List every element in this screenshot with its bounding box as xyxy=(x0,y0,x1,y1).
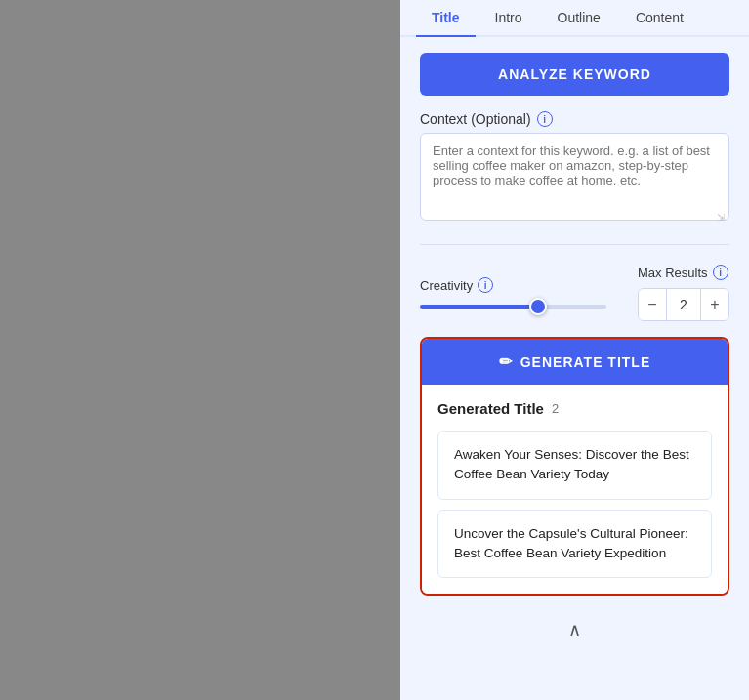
generate-results-wrapper: ✏ GENERATE TITLE Generated Title 2 Awake… xyxy=(420,337,729,596)
generated-title-header: Generated Title 2 xyxy=(437,400,712,417)
context-textarea[interactable] xyxy=(420,133,729,221)
generated-body: Generated Title 2 Awaken Your Senses: Di… xyxy=(422,385,728,594)
tab-bar: Title Intro Outline Content xyxy=(400,0,749,37)
resize-handle: ⇲ xyxy=(717,212,727,222)
creativity-slider[interactable] xyxy=(420,305,606,309)
creativity-group: Creativity i xyxy=(420,277,606,309)
right-panel: Title Intro Outline Content ANALYZE KEYW… xyxy=(400,0,749,700)
context-info-icon[interactable]: i xyxy=(537,111,553,127)
panel-content: ANALYZE KEYWORD Context (Optional) i ⇲ C… xyxy=(400,37,749,611)
left-panel xyxy=(0,0,400,700)
generated-title-label: Generated Title xyxy=(437,400,544,417)
context-textarea-wrapper: ⇲ xyxy=(420,133,729,225)
analyze-keyword-button[interactable]: ANALYZE KEYWORD xyxy=(420,53,729,96)
tab-content[interactable]: Content xyxy=(620,0,699,37)
stepper-value-input[interactable] xyxy=(666,289,701,320)
bottom-indicator: ∧ xyxy=(400,611,749,648)
creativity-info-icon[interactable]: i xyxy=(478,277,493,293)
tab-title[interactable]: Title xyxy=(416,0,476,37)
stepper-decrement-button[interactable]: − xyxy=(639,289,666,320)
stepper-increment-button[interactable]: + xyxy=(701,289,728,320)
controls-row: Creativity i Max Results i − + xyxy=(420,265,729,321)
title-result-2: Uncover the Capsule's Cultural Pioneer: … xyxy=(437,510,712,579)
max-results-group: Max Results i − + xyxy=(638,265,729,321)
generate-icon: ✏ xyxy=(499,352,513,371)
creativity-label: Creativity i xyxy=(420,277,606,293)
max-results-label: Max Results i xyxy=(638,265,729,280)
title-result-1: Awaken Your Senses: Discover the Best Co… xyxy=(437,431,712,500)
context-section: Context (Optional) i ⇲ xyxy=(420,111,729,225)
tab-outline[interactable]: Outline xyxy=(542,0,616,37)
max-results-stepper: − + xyxy=(638,288,729,321)
generated-count-badge: 2 xyxy=(552,401,559,416)
context-label: Context (Optional) i xyxy=(420,111,729,127)
generate-title-button[interactable]: ✏ GENERATE TITLE xyxy=(422,339,728,385)
tab-intro[interactable]: Intro xyxy=(479,0,538,37)
max-results-info-icon[interactable]: i xyxy=(713,265,728,280)
divider-1 xyxy=(420,244,729,245)
